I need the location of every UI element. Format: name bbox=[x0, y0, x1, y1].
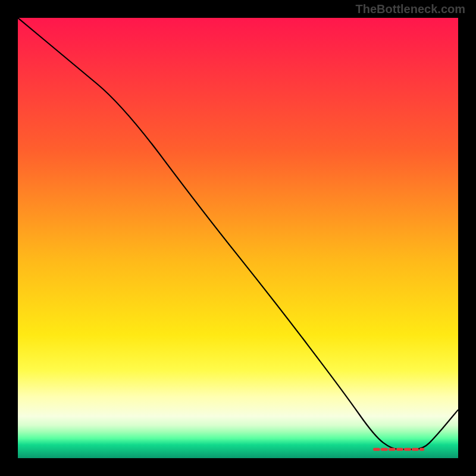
gradient-background bbox=[18, 18, 458, 458]
svg-rect-0 bbox=[18, 18, 458, 458]
watermark-text: TheBottleneck.com bbox=[356, 2, 465, 16]
chart-root: { "watermark": "TheBottleneck.com", "gra… bbox=[0, 0, 476, 476]
plot-area bbox=[18, 18, 458, 458]
